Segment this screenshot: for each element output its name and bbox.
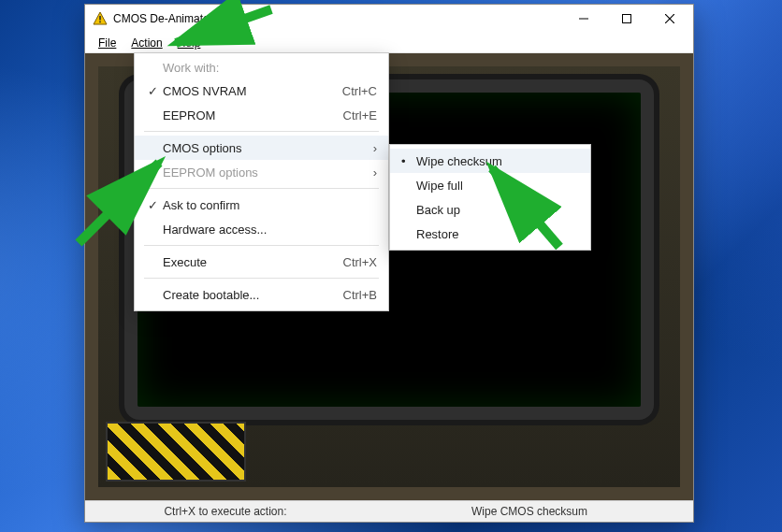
- menu-create-bootable[interactable]: Create bootable... Ctrl+B: [135, 282, 388, 307]
- action-menu: Work with: ✓ CMOS NVRAM Ctrl+C EEPROM Ct…: [134, 52, 389, 311]
- svg-rect-1: [99, 16, 101, 21]
- menu-ask-confirm[interactable]: ✓ Ask to confirm: [135, 193, 388, 217]
- menu-separator: [144, 188, 379, 189]
- menu-cmos-options[interactable]: CMOS options ›: [135, 136, 388, 160]
- submenu-wipe-checksum[interactable]: • Wipe checksum: [390, 149, 590, 173]
- svg-rect-2: [99, 22, 101, 23]
- maximize-button[interactable]: [605, 5, 648, 33]
- shortcut: Ctrl+X: [321, 255, 377, 269]
- menu-file[interactable]: File: [91, 35, 123, 51]
- menu-separator: [144, 245, 379, 246]
- window-title: CMOS De-Animator v3: [113, 12, 562, 25]
- hazard-panel: [106, 422, 246, 482]
- menu-eeprom[interactable]: EEPROM Ctrl+E: [135, 103, 388, 127]
- shortcut: Ctrl+E: [321, 108, 377, 122]
- menu-cmos-nvram[interactable]: ✓ CMOS NVRAM Ctrl+C: [135, 79, 388, 103]
- chevron-right-icon: ›: [358, 165, 377, 180]
- chevron-right-icon: ›: [358, 141, 377, 155]
- menu-header: Work with:: [135, 57, 388, 79]
- menu-execute[interactable]: Execute Ctrl+X: [135, 250, 388, 274]
- status-left: Ctrl+X to execute action:: [85, 505, 366, 518]
- cmos-options-submenu: • Wipe checksum Wipe full Back up Restor…: [389, 144, 591, 251]
- submenu-back-up[interactable]: Back up: [390, 197, 590, 222]
- app-icon: [93, 11, 108, 26]
- svg-rect-4: [623, 15, 631, 23]
- shortcut: Ctrl+C: [320, 84, 377, 98]
- bullet-icon: •: [401, 154, 406, 168]
- statusbar: Ctrl+X to execute action: Wipe CMOS chec…: [85, 500, 693, 522]
- menu-separator: [144, 278, 379, 279]
- menu-hardware-access[interactable]: Hardware access...: [135, 217, 388, 241]
- submenu-restore[interactable]: Restore: [390, 222, 590, 246]
- shortcut: Ctrl+B: [321, 288, 377, 302]
- menu-action[interactable]: Action: [123, 35, 169, 51]
- close-button[interactable]: [648, 5, 691, 33]
- titlebar: CMOS De-Animator v3: [85, 5, 693, 33]
- menu-separator: [144, 131, 379, 132]
- submenu-wipe-full[interactable]: Wipe full: [390, 173, 590, 197]
- check-icon: ✓: [142, 84, 163, 98]
- minimize-button[interactable]: [562, 5, 605, 33]
- menu-help[interactable]: Help: [170, 35, 209, 51]
- menu-eeprom-options: EEPROM options ›: [135, 160, 388, 184]
- menubar: File Action Help: [85, 33, 693, 53]
- check-icon: ✓: [142, 198, 163, 212]
- status-right: Wipe CMOS checksum: [366, 505, 693, 518]
